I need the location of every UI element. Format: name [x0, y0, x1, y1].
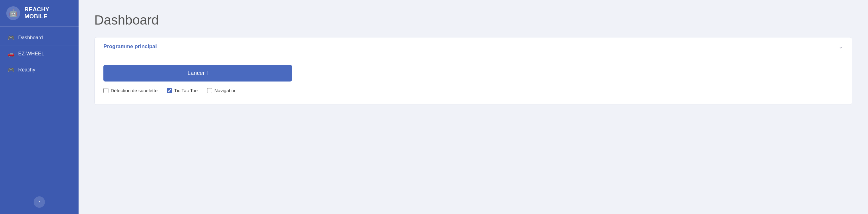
- reachy-icon: 🎮: [7, 66, 14, 73]
- launch-button[interactable]: Lancer !: [103, 65, 292, 81]
- sidebar-item-label: Dashboard: [18, 35, 43, 41]
- dashboard-icon: 🎮: [7, 34, 14, 41]
- sidebar-title: REACHY MOBILE: [25, 6, 49, 20]
- card-header: Programme principal ⌄: [95, 37, 852, 56]
- chevron-down-icon[interactable]: ⌄: [838, 43, 843, 50]
- sidebar-header: 🤖 REACHY MOBILE: [0, 0, 79, 27]
- checkbox-squelette[interactable]: Détection de squelette: [103, 88, 157, 93]
- checkbox-navigation[interactable]: Navigation: [207, 88, 237, 93]
- sidebar-item-label: Reachy: [18, 67, 35, 73]
- card-header-title: Programme principal: [103, 44, 157, 50]
- squelette-label: Détection de squelette: [111, 88, 157, 93]
- navigation-checkbox[interactable]: [207, 88, 212, 93]
- sidebar-item-ez-wheel[interactable]: 🚗 EZ-WHEEL: [0, 46, 79, 62]
- main-content: Dashboard Programme principal ⌄ Lancer !…: [79, 0, 868, 214]
- checkboxes-row: Détection de squelette Tic Tac Toe Navig…: [103, 88, 843, 93]
- sidebar-collapse-button[interactable]: ‹: [34, 196, 45, 208]
- ez-wheel-icon: 🚗: [7, 50, 14, 57]
- sidebar-item-dashboard[interactable]: 🎮 Dashboard: [0, 30, 79, 46]
- chevron-left-icon: ‹: [38, 199, 40, 205]
- checkbox-tictactoe[interactable]: Tic Tac Toe: [167, 88, 198, 93]
- robot-icon: 🤖: [6, 6, 20, 20]
- sidebar-item-label: EZ-WHEEL: [18, 51, 44, 57]
- tictactoe-label: Tic Tac Toe: [174, 88, 198, 93]
- tictactoe-checkbox[interactable]: [167, 88, 172, 93]
- card-body: Lancer ! Détection de squelette Tic Tac …: [95, 56, 852, 105]
- programme-principal-card: Programme principal ⌄ Lancer ! Détection…: [94, 37, 852, 105]
- sidebar: 🤖 REACHY MOBILE 🎮 Dashboard 🚗 EZ-WHEEL 🎮…: [0, 0, 79, 214]
- navigation-label: Navigation: [214, 88, 237, 93]
- sidebar-nav: 🎮 Dashboard 🚗 EZ-WHEEL 🎮 Reachy: [0, 27, 79, 190]
- sidebar-item-reachy[interactable]: 🎮 Reachy: [0, 62, 79, 78]
- squelette-checkbox[interactable]: [103, 88, 108, 93]
- page-title: Dashboard: [94, 12, 852, 28]
